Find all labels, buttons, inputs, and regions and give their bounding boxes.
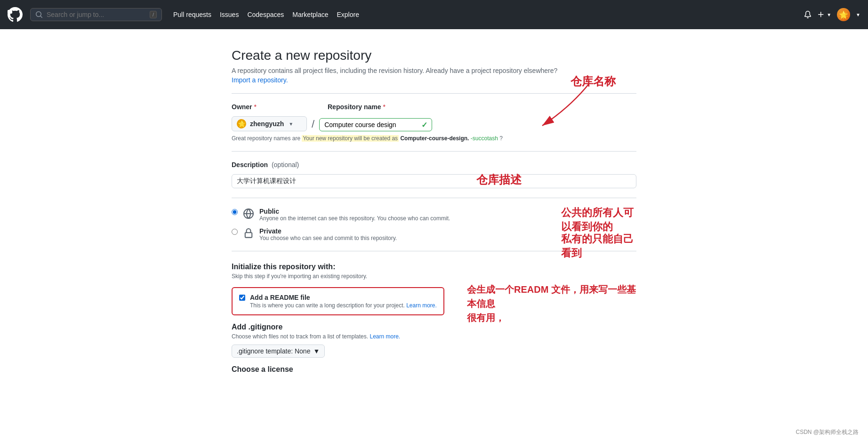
public-option: Public Anyone on the internet can see th…: [232, 208, 636, 222]
github-icon: [8, 7, 23, 22]
nav-right: ▼ 🌟 ▼: [804, 8, 860, 21]
readme-learn-more-link[interactable]: Learn more.: [406, 302, 437, 309]
plus-button[interactable]: ▼: [817, 11, 831, 18]
import-link[interactable]: Import a repository.: [232, 76, 288, 84]
search-icon: [35, 11, 43, 18]
plus-chevron: ▼: [827, 12, 831, 17]
gitignore-desc: Choose which files not to track from a l…: [232, 333, 636, 340]
search-input[interactable]: [47, 11, 146, 18]
bell-icon: [804, 11, 812, 18]
license-section: Choose a license: [232, 365, 636, 374]
gitignore-chevron-icon: ▼: [313, 347, 320, 355]
license-title: Choose a license: [232, 365, 636, 374]
divider-3: [232, 198, 636, 198]
repo-name-wrapper: ✓: [319, 118, 432, 131]
succotash-text: -succotash: [471, 135, 498, 142]
visibility-section: Public Anyone on the internet can see th…: [232, 208, 636, 241]
owner-chevron-icon: ▼: [289, 121, 293, 127]
gitignore-learn-more-link[interactable]: Learn more.: [370, 333, 400, 340]
public-radio[interactable]: [232, 209, 238, 215]
private-desc: You choose who can see and commit to thi…: [259, 235, 397, 241]
public-title: Public: [259, 208, 450, 215]
readme-content: Add a README file This is where you can …: [250, 294, 437, 309]
owner-repo-labels: Owner * Repository name *: [232, 103, 636, 113]
repo-name-annotation: 仓库名称: [571, 74, 616, 89]
owner-avatar-emoji: 🌟: [238, 120, 246, 128]
divider-2: [232, 151, 636, 152]
nav-links: Pull requests Issues Codespaces Marketpl…: [173, 11, 359, 18]
gitignore-template-label: .gitignore template: None: [237, 347, 310, 355]
owner-label: Owner: [232, 103, 252, 111]
readme-annotation: 会生成一个READM 文件，用来写一些基本信息 很有用，: [467, 282, 636, 325]
search-bar[interactable]: /: [30, 8, 162, 21]
owner-repo-row: 🌟 zhengyuzh ▼ / ✓: [232, 116, 636, 131]
owner-name: zhengyuzh: [250, 120, 284, 128]
navbar: / Pull requests Issues Codespaces Market…: [0, 0, 868, 29]
user-avatar[interactable]: 🌟: [837, 8, 850, 21]
gitignore-section: Add .gitignore Choose which files not to…: [232, 323, 636, 358]
avatar-chevron: ▼: [856, 12, 860, 17]
private-option: Private You choose who can see and commi…: [232, 227, 636, 241]
nav-explore[interactable]: Explore: [337, 11, 359, 18]
nav-codespaces[interactable]: Codespaces: [247, 11, 284, 18]
description-label: Description: [232, 161, 268, 168]
owner-avatar: 🌟: [237, 119, 246, 128]
availability-highlight: Your new repository will be created as: [302, 135, 399, 142]
private-title: Private: [259, 227, 397, 235]
owner-label-col: Owner *: [232, 103, 307, 113]
checkmark-icon: ✓: [421, 120, 427, 129]
divider-4: [232, 251, 636, 251]
nav-pull-requests[interactable]: Pull requests: [173, 11, 211, 18]
owner-repo-section: Owner * Repository name * 🌟 zhengyuzh ▼ …: [232, 103, 636, 142]
nav-marketplace[interactable]: Marketplace: [292, 11, 328, 18]
repo-name-preview: Computer-course-design.: [400, 135, 469, 142]
readme-checkbox[interactable]: [239, 295, 245, 301]
readme-box: Add a README file This is where you can …: [232, 287, 444, 315]
lock-icon: [243, 228, 254, 239]
readme-title: Add a README file: [250, 294, 437, 301]
repo-name-label-col: Repository name *: [321, 103, 434, 113]
init-subtitle: Skip this step if you're importing an ex…: [232, 273, 636, 280]
repo-name-label: Repository name: [328, 103, 381, 111]
divider-1: [232, 93, 636, 94]
description-section: Description (optional) 仓库描述: [232, 161, 636, 188]
owner-select[interactable]: 🌟 zhengyuzh ▼: [232, 116, 307, 131]
notifications-button[interactable]: [804, 11, 812, 18]
availability-end: ?: [499, 135, 503, 142]
radio-group: Public Anyone on the internet can see th…: [232, 208, 636, 241]
repo-name-required: *: [383, 103, 385, 111]
gitignore-title: Add .gitignore: [232, 323, 636, 331]
page-title: Create a new repository: [232, 48, 636, 63]
slash-separator: /: [312, 119, 314, 131]
search-slash-shortcut: /: [150, 11, 157, 18]
public-radio-content: Public Anyone on the internet can see th…: [259, 208, 450, 222]
nav-issues[interactable]: Issues: [220, 11, 239, 18]
gitignore-template-select[interactable]: .gitignore template: None ▼: [232, 345, 325, 358]
repo-name-input[interactable]: [319, 118, 432, 131]
private-radio[interactable]: [232, 229, 238, 235]
readme-desc: This is where you can write a long descr…: [250, 302, 437, 309]
page-subtitle: A repository contains all project files,…: [232, 67, 636, 74]
main-content: Create a new repository A repository con…: [222, 29, 646, 404]
availability-prefix: Great repository names are: [232, 135, 302, 142]
description-input[interactable]: [232, 174, 636, 188]
public-desc: Anyone on the internet can see this repo…: [259, 215, 450, 222]
owner-required: *: [254, 103, 256, 111]
init-section: Initialize this repository with: Skip th…: [232, 263, 636, 323]
private-radio-content: Private You choose who can see and commi…: [259, 227, 397, 241]
globe-icon: [243, 208, 254, 219]
plus-icon: [817, 11, 825, 18]
init-title: Initialize this repository with:: [232, 263, 636, 271]
description-optional: (optional): [272, 161, 299, 168]
availability-message: Great repository names are Your new repo…: [232, 135, 636, 142]
github-logo-area[interactable]: [8, 7, 23, 22]
